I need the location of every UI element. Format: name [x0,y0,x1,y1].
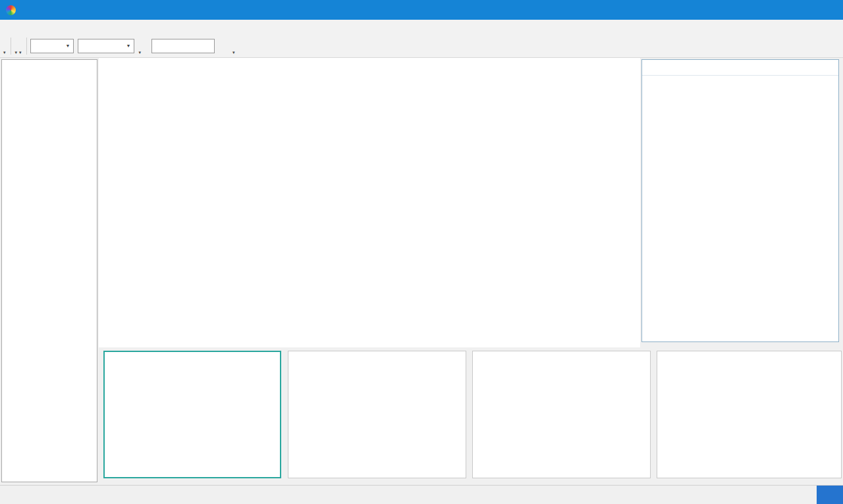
toolbar: ▾ ▾ ▾ ▼ ▼ ▾ ▾ [0,34,843,58]
chevron-down-icon: ▼ [66,43,70,48]
app-icon [6,5,16,15]
panel-header [642,60,838,76]
titlebar [0,0,843,20]
toolbar-overflow-icon[interactable]: ▾ [139,50,142,55]
statusbar [0,485,843,504]
toolbar-overflow-icon[interactable]: ▾ [15,50,18,55]
illuminant-observer-select[interactable]: ▼ [78,39,134,53]
chevron-down-icon: ▼ [126,43,131,48]
search-input[interactable] [151,39,215,53]
minimize-button[interactable] [752,0,782,20]
close-button[interactable] [813,0,843,20]
main-area [99,58,640,347]
gamut-chart-panel[interactable] [657,351,842,478]
sample-tree-panel [1,59,97,482]
color-difference-panel [641,59,839,342]
statusbar-accent [817,486,843,504]
scatter-chart-panel[interactable] [103,351,281,478]
sci-mode-select[interactable]: ▼ [30,39,74,53]
search-button[interactable] [215,39,232,53]
toolbar-separator [11,38,11,55]
toolbar-separator [26,38,27,55]
toolbar-overflow-icon[interactable]: ▾ [232,50,235,55]
spectral-chart-panel[interactable] [472,351,651,478]
toolbar-overflow-icon[interactable]: ▾ [3,50,6,55]
toolbar-overflow-icon[interactable]: ▾ [19,50,22,55]
menubar [0,20,843,34]
maximize-button[interactable] [782,0,813,20]
delta-e-chart-panel[interactable] [288,351,466,478]
